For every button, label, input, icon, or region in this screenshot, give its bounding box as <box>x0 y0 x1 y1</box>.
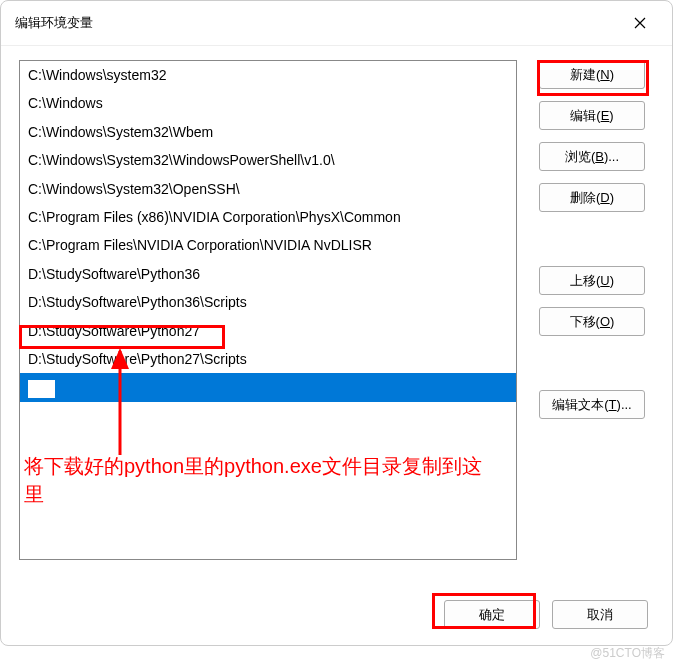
moveup-button[interactable]: 上移(U) <box>539 266 645 295</box>
browse-button[interactable]: 浏览(B)... <box>539 142 645 171</box>
list-item[interactable]: C:\Windows\system32 <box>20 61 516 89</box>
list-item[interactable]: C:\Windows\System32\WindowsPowerShell\v1… <box>20 146 516 174</box>
close-button[interactable] <box>618 9 662 37</box>
dialog-body: C:\Windows\system32 C:\Windows C:\Window… <box>1 46 672 578</box>
close-icon <box>634 17 646 29</box>
list-item[interactable]: D:\StudySoftware\Python27\Scripts <box>20 345 516 373</box>
button-column: 新建(N) 编辑(E) 浏览(B)... 删除(D) 上移(U) 下移(O) 编… <box>539 60 645 560</box>
watermark: @51CTO博客 <box>590 645 665 662</box>
edit-button[interactable]: 编辑(E) <box>539 101 645 130</box>
cancel-button[interactable]: 取消 <box>552 600 648 629</box>
list-item[interactable]: C:\Program Files\NVIDIA Corporation\NVID… <box>20 231 516 259</box>
list-item[interactable]: D:\StudySoftware\Python36 <box>20 260 516 288</box>
list-item[interactable]: C:\Windows\System32\OpenSSH\ <box>20 175 516 203</box>
list-item-editing[interactable] <box>20 373 516 401</box>
list-item[interactable]: D:\StudySoftware\Python36\Scripts <box>20 288 516 316</box>
window-title: 编辑环境变量 <box>15 14 93 32</box>
edittext-button[interactable]: 编辑文本(T)... <box>539 390 645 419</box>
list-item[interactable]: C:\Windows\System32\Wbem <box>20 118 516 146</box>
list-item[interactable]: C:\Program Files (x86)\NVIDIA Corporatio… <box>20 203 516 231</box>
titlebar: 编辑环境变量 <box>1 1 672 46</box>
list-item[interactable]: D:\StudySoftware\Python27 <box>20 317 516 345</box>
new-button[interactable]: 新建(N) <box>539 60 645 89</box>
movedown-button[interactable]: 下移(O) <box>539 307 645 336</box>
delete-button[interactable]: 删除(D) <box>539 183 645 212</box>
ok-button[interactable]: 确定 <box>444 600 540 629</box>
dialog-window: 编辑环境变量 C:\Windows\system32 C:\Windows C:… <box>0 0 673 646</box>
dialog-footer: 确定 取消 <box>444 600 648 629</box>
list-item[interactable]: C:\Windows <box>20 89 516 117</box>
edit-cell[interactable] <box>28 380 55 398</box>
path-list[interactable]: C:\Windows\system32 C:\Windows C:\Window… <box>19 60 517 560</box>
